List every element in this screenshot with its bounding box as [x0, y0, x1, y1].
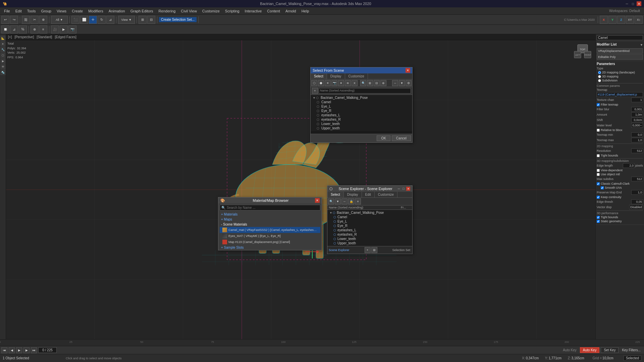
sfs-sync-btn[interactable]: ↔ — [392, 80, 398, 86]
se-sync-btn[interactable]: ↔ — [341, 198, 347, 204]
edge-thresh-value[interactable]: 0,05 — [631, 199, 643, 204]
minimize-button[interactable]: ─ — [625, 1, 629, 6]
tree-camel[interactable]: ⬡ Camel — [311, 100, 412, 104]
prev-key-button[interactable]: ⏮ — [1, 347, 7, 353]
modifier-item-editable-poly[interactable]: Editable Poly — [597, 54, 643, 60]
maximize-button[interactable]: □ — [631, 1, 635, 6]
se-tab-select[interactable]: Select — [327, 192, 344, 197]
se-filter-btn[interactable]: ▼ — [335, 198, 341, 204]
viewport-standard[interactable]: [Standard] — [37, 35, 52, 39]
tree-lower-teeth[interactable]: ⬡ Lower_teeth — [311, 122, 412, 126]
scene-explorer-close[interactable]: ✕ — [406, 187, 410, 191]
close-button[interactable]: ✕ — [637, 1, 641, 6]
sfs-filter-btn[interactable]: ▼ — [399, 80, 405, 86]
scene-explorer-minimize[interactable]: ─ — [397, 187, 401, 191]
se-scene-explorer-link[interactable]: Scene Explorer — [329, 248, 350, 252]
se-upper-teeth[interactable]: ⬡ Upper_teeth — [328, 241, 412, 245]
xy-axis-btn[interactable]: XY — [626, 16, 634, 24]
amount-value[interactable]: 1,0m — [631, 112, 643, 117]
menu-create[interactable]: Create — [69, 8, 86, 14]
sfs-warp-btn[interactable]: ≋ — [345, 80, 351, 86]
selected-label[interactable]: Selected — [624, 356, 641, 361]
render-setup-button[interactable]: 🎥 — [51, 25, 59, 34]
mat-scene-materials-section[interactable]: - Scene Materials — [220, 222, 320, 227]
resolution-value[interactable]: 512 — [631, 148, 643, 153]
quick-render-button[interactable]: ▶ — [60, 25, 68, 34]
y-axis-btn[interactable]: Y — [608, 16, 616, 24]
mat-materials-section[interactable]: + Materials — [220, 212, 320, 217]
bind-space-warp-button[interactable]: ⊕ — [39, 16, 47, 24]
se-tab-customize[interactable]: Customize — [375, 192, 397, 197]
scene-explorer-maximize[interactable]: □ — [401, 187, 406, 191]
mat-maps-section[interactable]: + Maps — [220, 217, 320, 222]
se-eye-l[interactable]: ⬡ Eye_L — [328, 219, 412, 224]
select-button[interactable]: ⬛ — [71, 16, 79, 24]
mat-item-eyes[interactable]: Eyes_MAT ( VRayMtl ) [Eye_L, Eye_R] — [220, 233, 320, 239]
modify-btn[interactable]: 🔧 — [0, 47, 6, 52]
se-add-layer-btn[interactable]: + — [365, 247, 371, 253]
se-eyelashes-r[interactable]: ⬡ eyelashes_R — [328, 232, 412, 237]
command-panel-btn[interactable]: 📐 — [0, 36, 6, 41]
mat-sample-slots-section[interactable]: + Sample Slots — [220, 245, 320, 250]
navigation-cube[interactable]: TOP LEFT FRONT — [573, 43, 593, 63]
auto-key-button[interactable]: Auto Key — [580, 347, 600, 353]
angle-snap-button[interactable]: ⊿ — [10, 25, 18, 34]
menu-graph-editors[interactable]: Graph Editors — [128, 8, 156, 14]
object-name-input[interactable] — [597, 35, 643, 40]
unlink-button[interactable]: ✂ — [31, 16, 39, 24]
sfs-ok-button[interactable]: OK — [377, 135, 390, 141]
menu-file[interactable]: File — [1, 8, 13, 14]
play-button[interactable]: ▶ — [16, 347, 22, 353]
tree-eyelashes-l[interactable]: ⬡ eyelashes_L — [311, 113, 412, 117]
menu-group[interactable]: Group — [38, 8, 54, 14]
menu-content[interactable]: Content — [264, 8, 283, 14]
sfs-shapes-btn[interactable]: ⬢ — [318, 80, 324, 86]
sfs-lights-btn[interactable]: ☀ — [325, 80, 331, 86]
frame-display[interactable]: 0 / 225 — [38, 347, 57, 353]
select-move-button[interactable]: ✛ — [89, 16, 97, 24]
scene-explorer-title[interactable]: ⬡ Scene Explorer - Scene Explorer ─ □ ✕ — [327, 186, 412, 192]
tab-select[interactable]: Select — [311, 73, 327, 79]
hierarchy-btn[interactable]: ⬡ — [0, 53, 6, 58]
sfs-hscrollbar[interactable] — [311, 131, 412, 134]
sfs-xref-btn[interactable]: X — [352, 80, 358, 86]
utilities-btn[interactable]: 🔩 — [0, 70, 6, 75]
texmap-max-value[interactable]: 1,0 — [631, 138, 643, 142]
filter-blur-value[interactable]: 0,001 — [631, 107, 643, 112]
tree-eye-r[interactable]: ⬡ Eye_R — [311, 109, 412, 113]
viewport-perspective[interactable]: [Perspective] — [14, 35, 34, 39]
next-key-button[interactable]: ⏭ — [31, 347, 37, 353]
sfs-expand-all-btn[interactable]: + — [312, 88, 318, 94]
scale-button[interactable]: ⊿ — [106, 16, 114, 24]
se-camel[interactable]: ⬡ Camel — [328, 215, 412, 219]
menu-customize[interactable]: Customize — [200, 8, 222, 14]
viewport[interactable]: Total Polys:32.394 Verts:25.002 FPS:0.96… — [6, 40, 595, 339]
mat-item-camel[interactable]: Camel_mat ( VRayFastSSS2 ) [Camel, eyela… — [220, 227, 320, 233]
sfs-geometry-btn[interactable]: ⬡ — [311, 80, 317, 86]
menu-scripting[interactable]: Scripting — [222, 8, 242, 14]
menu-arnold[interactable]: Arnold — [283, 8, 299, 14]
select-link-button[interactable]: ⛓ — [22, 16, 30, 24]
sfs-helpers-btn[interactable]: ✦ — [338, 80, 344, 86]
menu-modifiers[interactable]: Modifiers — [86, 8, 106, 14]
sfs-all-btn[interactable]: ⊞ — [367, 80, 373, 86]
select-region-button[interactable]: ⬜ — [80, 16, 88, 24]
sfs-cameras-btn[interactable]: 📷 — [331, 80, 337, 86]
next-frame-button[interactable]: ▶ — [23, 347, 30, 353]
x-axis-btn[interactable]: X — [600, 16, 608, 24]
max-subdivs-value[interactable]: 512 — [631, 177, 643, 181]
se-eye-r[interactable]: ⬡ Eye_R — [328, 224, 412, 228]
sfs-none-btn[interactable]: ⊟ — [374, 80, 380, 86]
create-selection-set-button[interactable]: Create Selection Set... — [159, 17, 197, 22]
rotate-button[interactable]: ↻ — [98, 16, 106, 24]
viewport-edged-faces[interactable]: [Edged Faces] — [55, 35, 76, 39]
material-browser-title[interactable]: 🎨 Material/Map Browser ✕ — [218, 197, 322, 203]
menu-tools[interactable]: Tools — [24, 8, 39, 14]
tree-eye-l[interactable]: ⬡ Eye_L — [311, 104, 412, 109]
modifier-item-vray[interactable]: VRayDisplacementMod — [597, 48, 643, 54]
edge-length-value[interactable]: 2,0 — [623, 163, 635, 168]
set-key-button[interactable]: Set Key — [601, 347, 619, 353]
select-from-scene-close[interactable]: ✕ — [406, 68, 410, 73]
texmap-value[interactable]: #119 (Camel_displacement.p — [597, 92, 643, 97]
motion-btn[interactable]: ▶ — [0, 58, 6, 64]
